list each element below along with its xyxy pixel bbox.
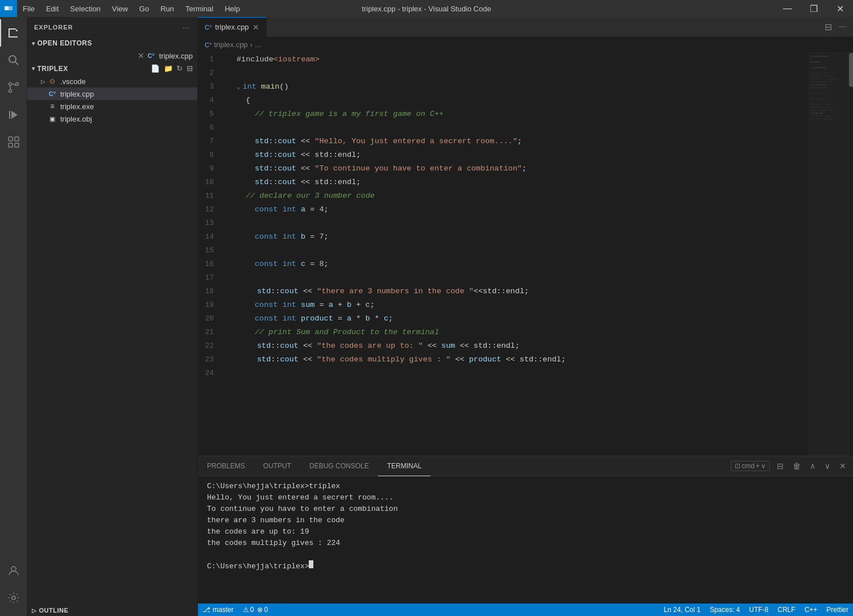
status-encoding[interactable]: UTF-8 <box>744 603 773 616</box>
menu-go[interactable]: Go <box>134 0 155 17</box>
open-editor-file[interactable]: ✕ C° triplex.cpp <box>27 49 197 62</box>
breadcrumb-context[interactable]: ... <box>255 40 261 49</box>
refresh-icon[interactable]: ↻ <box>176 64 183 73</box>
maximize-button[interactable]: ❐ <box>801 0 827 17</box>
menu-terminal[interactable]: Terminal <box>180 0 219 17</box>
panel-up-icon[interactable]: ∧ <box>808 459 818 473</box>
svg-rect-0 <box>5 6 9 10</box>
collapse-icon[interactable]: ⊟ <box>187 64 193 73</box>
scrollbar-thumb[interactable] <box>849 53 853 87</box>
scrollbar[interactable] <box>848 53 853 456</box>
minimap: #include<iostream> int main() { // tripl… <box>809 53 848 456</box>
terminal-text: To continue you have to enter a combinat… <box>207 503 397 515</box>
titlebar: File Edit Selection View Go Run Terminal… <box>0 0 853 17</box>
close-button[interactable]: ✕ <box>827 0 853 17</box>
status-git[interactable]: ⎇ master <box>198 603 238 616</box>
trash-panel-icon[interactable]: 🗑 <box>790 459 803 473</box>
error-count: 0 <box>250 606 254 614</box>
status-line-endings[interactable]: CRLF <box>773 603 800 616</box>
menu-file[interactable]: File <box>17 0 40 17</box>
code-line-11: // declare our 3 number code <box>227 189 809 203</box>
split-editor-icon[interactable]: ⊟ <box>822 19 834 35</box>
terminal-text: there are 3 numbers in the code <box>207 515 345 526</box>
split-panel-icon[interactable]: ⊟ <box>775 459 786 473</box>
panel-actions: ⊡ cmd + ∨ ⊟ 🗑 ∧ ∨ ✕ <box>731 459 853 473</box>
editor-tab-triplex[interactable]: C° triplex.cpp ✕ <box>198 17 267 37</box>
code-line-10: std::cout << std::endl; <box>227 176 809 189</box>
code-line-23: std::cout << "the codes multiply gives :… <box>227 353 809 367</box>
code-editor[interactable]: 1 2 3 4 5 6 7 8 9 10 11 12 13 14 15 16 1… <box>198 53 853 456</box>
extensions-activity-icon[interactable] <box>0 128 27 156</box>
obj-icon: ▣ <box>48 114 57 123</box>
status-line-col[interactable]: Ln 24, Col 1 <box>659 603 705 616</box>
menu-help[interactable]: Help <box>219 0 246 17</box>
code-line-6 <box>227 121 809 135</box>
triplex-cpp-file[interactable]: C° triplex.cpp <box>27 88 197 100</box>
warning-icon: ⊗ <box>257 606 263 614</box>
account-activity-icon[interactable] <box>0 557 27 584</box>
code-line-2 <box>227 66 809 80</box>
triplex-obj-file[interactable]: ▣ triplex.obj <box>27 113 197 125</box>
explorer-activity-icon[interactable] <box>0 19 27 47</box>
code-line-15 <box>227 244 809 257</box>
svg-point-14 <box>11 567 16 571</box>
app-icon <box>0 0 17 17</box>
panel-close-icon[interactable]: ✕ <box>837 459 848 473</box>
cmd-label: cmd <box>742 462 755 470</box>
menu-edit[interactable]: Edit <box>40 0 64 17</box>
status-formatter[interactable]: Prettier <box>822 603 853 616</box>
panel-down-icon[interactable]: ∨ <box>822 459 833 473</box>
run-activity-icon[interactable] <box>0 101 27 128</box>
status-spaces[interactable]: Spaces: 4 <box>705 603 744 616</box>
tab-file-icon: C° <box>205 24 212 31</box>
panel-tab-problems[interactable]: PROBLEMS <box>198 456 254 476</box>
svg-rect-9 <box>9 111 10 119</box>
cpp-icon: C° <box>48 89 57 98</box>
new-file-icon[interactable]: 📄 <box>151 64 160 73</box>
vscode-folder[interactable]: ▷ ⊙ .vscode <box>27 75 197 88</box>
outline-section[interactable]: ▷ OUTLINE <box>27 605 197 616</box>
terminal-text: the codes are up to: 19 <box>207 526 309 538</box>
file-close-icon[interactable]: ✕ <box>138 51 144 60</box>
terminal-text: the codes multiply gives : 224 <box>207 538 340 549</box>
window-title: triplex.cpp - triplex - Visual Studio Co… <box>362 5 491 13</box>
triplex-chevron: ▾ <box>32 65 35 72</box>
triplex-exe-file[interactable]: ≡ triplex.exe <box>27 100 197 113</box>
code-lines[interactable]: #include<iostream> ⌄ int main() { // tri… <box>227 53 809 456</box>
vscode-chevron: ▷ <box>41 78 45 85</box>
triplex-section[interactable]: ▾ TRIPLEX 📄 📁 ↻ ⊟ <box>27 62 197 75</box>
terminal-content[interactable]: C:\Users\hejja\triplex>triplex Hello, Yo… <box>198 476 853 603</box>
new-folder-icon[interactable]: 📁 <box>164 64 173 73</box>
menu-selection[interactable]: Selection <box>64 0 106 17</box>
terminal-text: C:\Users\hejja\triplex>triplex <box>207 481 340 492</box>
tab-bar-actions: ⊟ ··· <box>822 19 853 35</box>
new-terminal-button[interactable]: ⊡ cmd + ∨ <box>731 461 770 471</box>
triplex-label: TRIPLEX <box>38 65 68 73</box>
terminal-text: Hello, You just entered a secrert room..… <box>207 492 394 503</box>
source-control-activity-icon[interactable] <box>0 74 27 101</box>
tab-bar: C° triplex.cpp ✕ ⊟ ··· <box>198 17 853 37</box>
panel-tab-output[interactable]: OUTPUT <box>254 456 300 476</box>
status-language[interactable]: C++ <box>800 603 822 616</box>
status-errors[interactable]: ⚠ 0 ⊗ 0 <box>238 603 272 616</box>
open-editors-section[interactable]: ▾ OPEN EDITORS <box>27 37 197 49</box>
breadcrumb-file[interactable]: triplex.cpp <box>214 40 247 49</box>
panel-tab-debug-console[interactable]: DEBUG CONSOLE <box>300 456 378 476</box>
settings-activity-icon[interactable] <box>0 584 27 611</box>
panel-tabs: PROBLEMS OUTPUT DEBUG CONSOLE TERMINAL ⊡… <box>198 456 853 476</box>
menu-view[interactable]: View <box>106 0 134 17</box>
panel-tab-terminal[interactable]: TERMINAL <box>378 456 431 476</box>
svg-marker-8 <box>11 111 18 119</box>
activity-bar <box>0 17 27 616</box>
svg-rect-13 <box>9 143 13 147</box>
search-activity-icon[interactable] <box>0 47 27 74</box>
open-editors-label: OPEN EDITORS <box>38 39 92 47</box>
svg-point-2 <box>9 56 16 63</box>
menu-run[interactable]: Run <box>155 0 180 17</box>
more-actions-icon[interactable]: ··· <box>837 19 848 34</box>
code-line-17 <box>227 271 809 285</box>
tab-close-button[interactable]: ✕ <box>252 23 259 32</box>
terminal-line-1: C:\Users\hejja\triplex>triplex <box>207 481 844 492</box>
minimize-button[interactable]: — <box>775 0 801 17</box>
sidebar-more-button[interactable]: ··· <box>181 22 191 33</box>
